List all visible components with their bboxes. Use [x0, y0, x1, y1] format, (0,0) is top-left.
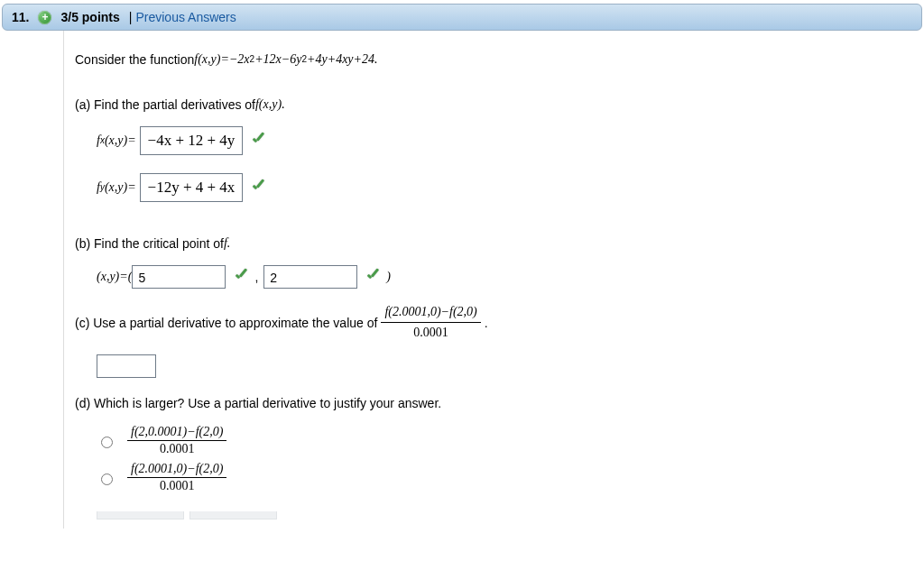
xy-close: ) — [386, 268, 391, 286]
check-icon — [250, 133, 266, 149]
intro-text: Consider the function f(x,y)= −2x2 +12x−… — [75, 51, 913, 69]
opt1-num: f(2,0.0001)−f(2,0) — [127, 425, 226, 441]
part-d-option-2[interactable]: f(2.0001,0)−f(2,0) 0.0001 — [97, 462, 913, 493]
part-c-label: (c) Use a partial derivative to approxim… — [75, 303, 913, 342]
fx-answer-input[interactable]: −4x + 12 + 4y — [140, 126, 244, 155]
opt1-fraction: f(2,0.0001)−f(2,0) 0.0001 — [127, 425, 226, 456]
fy-label-post: (x,y)= — [105, 179, 136, 197]
xy-row: (x,y)=( 5 , 2 ) — [97, 265, 913, 289]
fn-lhs: f(x,y)= — [194, 51, 229, 69]
fy-answer-input[interactable]: −12y + 4 + 4x — [140, 173, 244, 202]
fn-rhs-2: +12x−6y — [254, 51, 301, 69]
opt1-den: 0.0001 — [156, 441, 199, 456]
comma: , — [254, 268, 258, 286]
part-c-input[interactable] — [97, 354, 156, 378]
fn-rhs-1: −2x — [229, 51, 250, 69]
frac-num: f(2.0001,0)−f(2,0) — [381, 303, 480, 323]
fx-row: fx(x,y)= −4x + 12 + 4y — [97, 126, 913, 155]
y-input[interactable]: 2 — [263, 265, 357, 289]
part-a-fx: f(x,y). — [255, 96, 285, 114]
period: . — [485, 314, 488, 332]
opt2-num: f(2.0001,0)−f(2,0) — [127, 462, 226, 478]
points-text: 3/5 points — [60, 10, 119, 24]
opt2-den: 0.0001 — [156, 478, 199, 493]
button-placeholders — [97, 511, 913, 519]
part-b-label: (b) Find the critical point of f. — [75, 234, 913, 253]
part-a-label: (a) Find the partial derivatives of f(x,… — [75, 96, 913, 114]
xy-pre: (x,y)=( — [97, 268, 132, 286]
fy-row: fy(x,y)= −12y + 4 + 4x — [97, 173, 913, 202]
radio-option-2[interactable] — [101, 473, 113, 485]
part-b-f: f. — [224, 234, 230, 253]
fx-label-post: (x,y)= — [105, 132, 136, 150]
part-c-input-row — [97, 354, 913, 378]
button-placeholder — [189, 511, 277, 519]
frac-den: 0.0001 — [410, 323, 452, 342]
part-d-option-1[interactable]: f(2,0.0001)−f(2,0) 0.0001 — [97, 425, 913, 456]
part-c-fraction: f(2.0001,0)−f(2,0) 0.0001 — [381, 303, 480, 342]
divider: | — [129, 10, 133, 24]
previous-answers-link[interactable]: Previous Answers — [135, 10, 236, 24]
intro-pre: Consider the function — [75, 51, 194, 69]
check-icon — [250, 179, 266, 196]
radio-option-1[interactable] — [101, 437, 113, 448]
fn-rhs-3: +4y+4xy+24. — [307, 51, 377, 69]
question-content: Consider the function f(x,y)= −2x2 +12x−… — [63, 31, 924, 529]
expand-icon[interactable]: + — [38, 11, 51, 24]
question-header: 11. + 3/5 points | Previous Answers — [2, 4, 922, 31]
part-d-label: (d) Which is larger? Use a partial deriv… — [75, 394, 913, 412]
question-number: 11. — [12, 10, 29, 24]
x-input[interactable]: 5 — [132, 265, 226, 289]
check-icon — [233, 269, 249, 285]
button-placeholder — [97, 511, 184, 519]
check-icon — [365, 269, 381, 285]
opt2-fraction: f(2.0001,0)−f(2,0) 0.0001 — [127, 462, 226, 493]
